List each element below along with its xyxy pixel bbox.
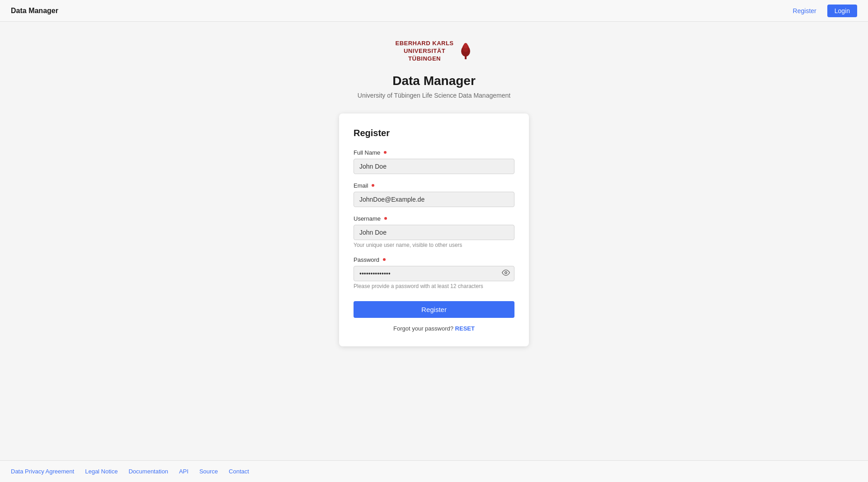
legal-notice-link[interactable]: Legal Notice — [85, 468, 118, 475]
university-name-line1: EBERHARD KARLS — [395, 40, 453, 47]
header-title: Data Manager — [11, 7, 58, 15]
logo-container: EBERHARD KARLS UNIVERSITÄT TÜBINGEN — [395, 40, 472, 63]
password-label: Password — [354, 256, 514, 263]
password-input[interactable] — [354, 266, 514, 281]
svg-point-3 — [463, 43, 467, 48]
username-required — [384, 217, 387, 220]
documentation-link[interactable]: Documentation — [128, 468, 168, 475]
password-wrapper — [354, 266, 514, 281]
page-title: Data Manager — [392, 74, 476, 88]
full-name-label: Full Name — [354, 149, 514, 156]
full-name-required — [384, 151, 387, 154]
email-label: Email — [354, 182, 514, 189]
full-name-group: Full Name — [354, 149, 514, 174]
username-input[interactable] — [354, 225, 514, 240]
email-group: Email — [354, 182, 514, 207]
username-group: Username Your unique user name, visible … — [354, 215, 514, 248]
email-input[interactable] — [354, 192, 514, 207]
main-content: EBERHARD KARLS UNIVERSITÄT TÜBINGEN Data… — [0, 22, 868, 460]
header-register-button[interactable]: Register — [788, 5, 822, 17]
university-name-line3: TÜBINGEN — [395, 55, 453, 63]
password-required — [383, 258, 386, 261]
password-hint: Please provide a password with at least … — [354, 283, 514, 289]
header: Data Manager Register Login — [0, 0, 868, 22]
header-login-button[interactable]: Login — [827, 5, 857, 17]
username-hint: Your unique user name, visible to other … — [354, 242, 514, 248]
password-group: Password Please provide a password with … — [354, 256, 514, 289]
toggle-password-icon[interactable] — [502, 269, 510, 279]
header-actions: Register Login — [788, 5, 857, 17]
data-privacy-link[interactable]: Data Privacy Agreement — [11, 468, 74, 475]
university-name-line2: UNIVERSITÄT — [395, 47, 453, 55]
svg-point-4 — [505, 271, 507, 274]
full-name-input[interactable] — [354, 159, 514, 174]
register-submit-button[interactable]: Register — [354, 301, 514, 318]
contact-link[interactable]: Contact — [229, 468, 249, 475]
email-required — [372, 184, 374, 187]
forgot-password-text: Forgot your password? RESET — [354, 325, 514, 332]
university-tree-icon — [458, 42, 473, 60]
source-link[interactable]: Source — [199, 468, 218, 475]
university-logo-text: EBERHARD KARLS UNIVERSITÄT TÜBINGEN — [395, 40, 453, 63]
username-label: Username — [354, 215, 514, 222]
card-title: Register — [354, 128, 514, 138]
reset-link[interactable]: RESET — [455, 325, 475, 332]
register-card: Register Full Name Email Username You — [339, 113, 529, 346]
footer: Data Privacy AgreementLegal NoticeDocume… — [0, 460, 868, 482]
page-subtitle: University of Tübingen Life Science Data… — [358, 92, 510, 99]
api-link[interactable]: API — [179, 468, 189, 475]
